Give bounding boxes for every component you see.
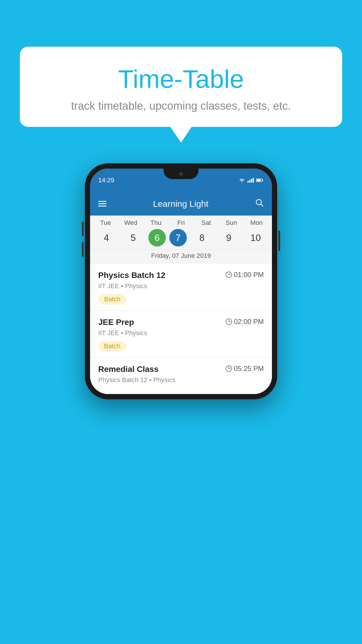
current-date: Friday, 07 June 2019 <box>90 249 272 264</box>
battery-icon <box>256 178 264 182</box>
hamburger-line-3 <box>98 206 106 206</box>
class-meta-3: Physics Batch 12 • Physics <box>98 376 264 384</box>
date-8[interactable]: 8 <box>190 229 214 246</box>
app-title: Learning Light <box>153 199 208 209</box>
hamburger-line-2 <box>98 203 106 204</box>
class-card-header-2: JEE Prep 02:00 PM <box>98 318 264 327</box>
class-time-3: 05:25 PM <box>226 365 264 373</box>
class-time-1: 01:00 PM <box>226 271 264 279</box>
phone-screen: 14:29 <box>90 169 272 394</box>
bubble-subtitle: track timetable, upcoming classes, tests… <box>34 100 328 112</box>
svg-rect-2 <box>251 179 252 183</box>
class-card-1[interactable]: Physics Batch 12 01:00 PM IIT JEE • Phys… <box>90 264 272 311</box>
class-name-3: Remedial Class <box>98 365 159 374</box>
class-list: Physics Batch 12 01:00 PM IIT JEE • Phys… <box>90 264 272 394</box>
volume-down-button <box>82 242 84 257</box>
date-9[interactable]: 9 <box>217 229 240 246</box>
svg-rect-6 <box>257 179 261 181</box>
search-button[interactable] <box>255 198 264 209</box>
status-time: 14:29 <box>98 176 114 184</box>
class-card-header-3: Remedial Class 05:25 PM <box>98 365 264 374</box>
svg-rect-1 <box>249 180 250 183</box>
batch-badge-2: Batch <box>98 341 126 351</box>
status-icons <box>239 178 264 183</box>
date-4[interactable]: 4 <box>95 229 118 246</box>
volume-up-button <box>82 222 84 236</box>
svg-rect-5 <box>262 180 263 181</box>
day-fri: Fri <box>169 219 193 227</box>
day-wed: Wed <box>119 219 142 227</box>
svg-rect-3 <box>253 178 254 183</box>
menu-button[interactable] <box>98 201 106 206</box>
svg-rect-0 <box>247 181 249 183</box>
wifi-icon <box>239 178 245 183</box>
date-5[interactable]: 5 <box>122 229 145 246</box>
batch-badge-1: Batch <box>98 294 126 304</box>
status-bar: 14:29 <box>90 169 272 192</box>
hamburger-line-1 <box>98 201 106 202</box>
day-tue: Tue <box>94 219 117 227</box>
class-time-text-2: 02:00 PM <box>234 318 264 326</box>
class-name-1: Physics Batch 12 <box>98 271 165 280</box>
day-numbers: 4 5 6 7 8 9 10 <box>90 229 272 249</box>
phone-notch <box>164 169 198 179</box>
class-time-2: 02:00 PM <box>226 318 264 326</box>
day-sun: Sun <box>220 219 243 227</box>
class-meta-2: IIT JEE • Physics <box>98 329 264 337</box>
date-7-selected[interactable]: 7 <box>169 229 187 246</box>
class-meta-1: IIT JEE • Physics <box>98 282 264 290</box>
speech-bubble: Time-Table track timetable, upcoming cla… <box>20 47 342 127</box>
clock-icon-2 <box>226 318 232 325</box>
day-mon: Mon <box>245 219 268 227</box>
power-button <box>278 230 280 251</box>
class-time-text-3: 05:25 PM <box>234 365 264 373</box>
day-thu: Thu <box>144 219 168 227</box>
calendar-strip: Tue Wed Thu Fri Sat Sun Mon 4 5 6 7 8 9 … <box>90 216 272 264</box>
class-card-3[interactable]: Remedial Class 05:25 PM Physics Batch 12… <box>90 358 272 394</box>
class-name-2: JEE Prep <box>98 318 134 327</box>
day-headers: Tue Wed Thu Fri Sat Sun Mon <box>90 219 272 229</box>
signal-icon <box>247 178 254 183</box>
class-card-2[interactable]: JEE Prep 02:00 PM IIT JEE • Physics Batc… <box>90 311 272 358</box>
svg-line-8 <box>261 204 263 206</box>
clock-icon-3 <box>226 365 232 372</box>
clock-icon-1 <box>226 272 232 278</box>
day-sat: Sat <box>194 219 218 227</box>
app-header: Learning Light <box>90 192 272 216</box>
camera <box>179 172 183 176</box>
class-card-header-1: Physics Batch 12 01:00 PM <box>98 271 264 280</box>
date-6-today[interactable]: 6 <box>148 229 166 246</box>
class-time-text-1: 01:00 PM <box>234 271 264 279</box>
phone-mockup: 14:29 <box>85 163 277 399</box>
date-10[interactable]: 10 <box>244 229 267 246</box>
bubble-title: Time-Table <box>34 64 328 94</box>
